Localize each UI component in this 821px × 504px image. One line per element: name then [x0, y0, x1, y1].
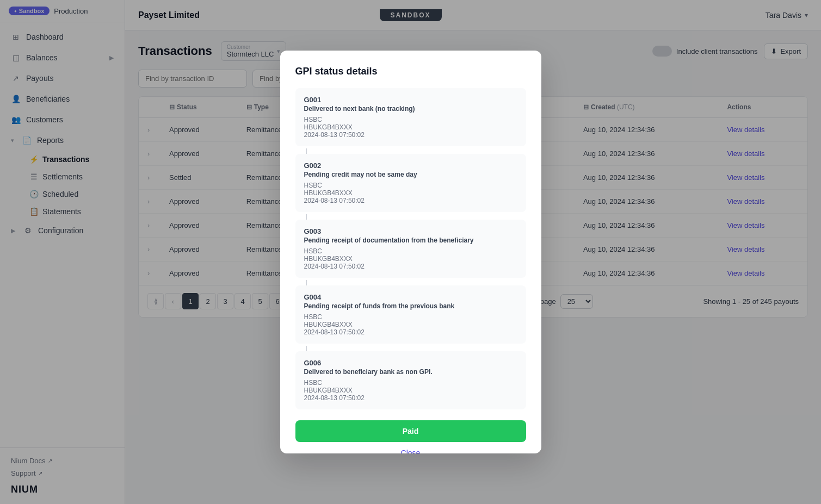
gpi-description: Pending receipt of funds from the previo…	[304, 302, 517, 310]
gpi-code: G002	[304, 161, 517, 170]
gpi-bic: HBUKGB4BXXX	[304, 255, 517, 263]
gpi-step: G006 Delivered to beneficiary bank as no…	[295, 351, 526, 409]
gpi-date: 2024-08-13 07:50:02	[304, 328, 517, 336]
gpi-description: Pending credit may not be same day	[304, 171, 517, 178]
gpi-bic: HBUKGB4BXXX	[304, 189, 517, 197]
gpi-description: Pending receipt of documentation from th…	[304, 237, 517, 244]
gpi-description: Delivered to beneficiary bank as non GPI…	[304, 368, 517, 376]
modal-title: GPI status details	[295, 66, 526, 77]
gpi-step: G004 Pending receipt of funds from the p…	[295, 285, 526, 344]
gpi-bank: HSBC	[304, 313, 517, 321]
gpi-step: G001 Delivered to next bank (no tracking…	[295, 88, 526, 146]
modal-overlay[interactable]: GPI status details G001 Delivered to nex…	[0, 0, 821, 504]
gpi-date: 2024-08-13 07:50:02	[304, 197, 517, 204]
gpi-description: Delivered to next bank (no tracking)	[304, 105, 517, 113]
gpi-status-modal: GPI status details G001 Delivered to nex…	[280, 51, 541, 454]
gpi-date: 2024-08-13 07:50:02	[304, 394, 517, 402]
gpi-code: G003	[304, 227, 517, 235]
gpi-bic: HBUKGB4BXXX	[304, 321, 517, 328]
gpi-code: G004	[304, 293, 517, 301]
gpi-step: G003 Pending receipt of documentation fr…	[295, 220, 526, 278]
gpi-bank: HSBC	[304, 247, 517, 255]
paid-button[interactable]: Paid	[295, 420, 526, 442]
gpi-bic: HBUKGB4BXXX	[304, 123, 517, 131]
gpi-date: 2024-08-13 07:50:02	[304, 131, 517, 139]
gpi-bank: HSBC	[304, 182, 517, 189]
gpi-code: G001	[304, 96, 517, 104]
gpi-bank: HSBC	[304, 379, 517, 387]
gpi-bank: HSBC	[304, 116, 517, 123]
gpi-bic: HBUKGB4BXXX	[304, 387, 517, 394]
gpi-code: G006	[304, 359, 517, 367]
close-button[interactable]: Close	[295, 449, 526, 454]
gpi-date: 2024-08-13 07:50:02	[304, 263, 517, 270]
gpi-step: G002 Pending credit may not be same day …	[295, 154, 526, 212]
